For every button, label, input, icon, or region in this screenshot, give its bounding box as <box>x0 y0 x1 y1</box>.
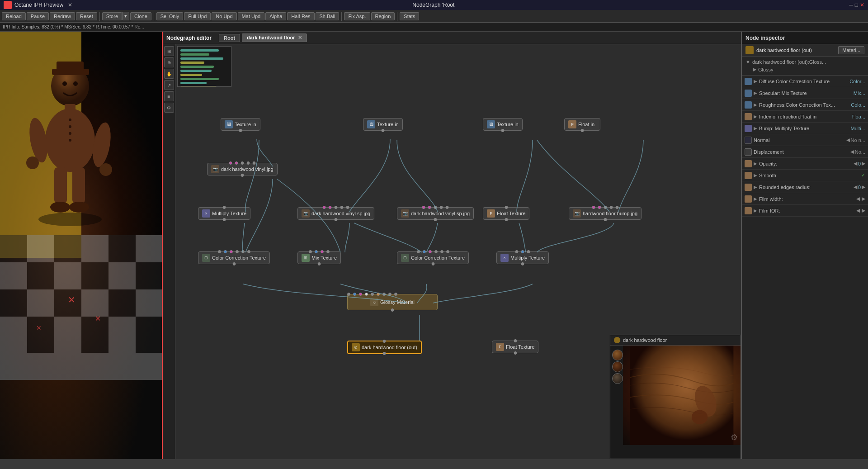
no-upd-button[interactable]: No Upd <box>212 12 236 20</box>
prop-expand-diffuse[interactable]: ▶ <box>754 79 757 84</box>
node-float-tex[interactable]: F Float Texture <box>483 207 529 220</box>
dot[interactable] <box>429 250 432 253</box>
close-btn[interactable]: ✕ <box>860 2 864 8</box>
prop-expand-rounded[interactable]: ▶ <box>754 185 757 189</box>
dot[interactable] <box>335 218 338 221</box>
dot[interactable] <box>423 250 426 253</box>
prop-row-filmior[interactable]: ▶ Film IOR: ◀ ▶ <box>742 205 868 217</box>
dot[interactable] <box>514 339 517 342</box>
dot[interactable] <box>382 293 386 296</box>
dot[interactable] <box>381 129 384 132</box>
dot[interactable] <box>246 161 250 165</box>
dot[interactable] <box>431 262 434 265</box>
store-dropdown[interactable]: ▾ <box>122 12 129 20</box>
minimize-btn[interactable]: ─ <box>849 2 853 8</box>
dot[interactable] <box>604 218 607 221</box>
dot[interactable] <box>514 351 517 355</box>
dot[interactable] <box>335 206 338 209</box>
tree-item-root[interactable]: ▼ dark hardwood floor (out):Gloss... <box>744 58 866 66</box>
mat-thumb-2[interactable] <box>612 361 623 372</box>
prop-check-smooth[interactable]: ✓ <box>861 172 865 178</box>
dot[interactable] <box>252 161 255 165</box>
dot[interactable] <box>383 352 386 355</box>
dot[interactable] <box>527 250 530 253</box>
dot[interactable] <box>329 206 332 209</box>
mat-thumb-3[interactable] <box>612 373 623 384</box>
sel-only-button[interactable]: Sel Only <box>156 12 184 20</box>
dot[interactable] <box>347 293 350 296</box>
dot[interactable] <box>321 250 324 253</box>
dot[interactable] <box>241 250 245 253</box>
alpha-button[interactable]: Alpha <box>265 12 286 20</box>
dot[interactable] <box>446 206 449 209</box>
node-mult2[interactable]: × Multiply Texture <box>496 251 549 264</box>
reset-button[interactable]: Reset <box>76 12 97 20</box>
dot[interactable] <box>440 206 443 209</box>
prop-row-filmwidth[interactable]: ▶ Film width: ◀ ▶ <box>742 193 868 205</box>
node-img2[interactable]: 📷 dark hardwood vinyl sp.jpg <box>297 207 374 220</box>
ng-tool-connect[interactable]: ↗ <box>164 80 174 90</box>
node-img1[interactable]: 📷 dark hardwood vinyl.jpg <box>207 163 278 175</box>
prop-nav-left-filmwidth[interactable]: ◀ <box>856 196 860 202</box>
dot[interactable] <box>239 129 242 132</box>
dot[interactable] <box>505 218 508 221</box>
dot[interactable] <box>232 262 236 265</box>
dot[interactable] <box>365 293 368 296</box>
dot[interactable] <box>346 206 349 209</box>
prop-row-bump[interactable]: ▶ Bump: Multiply Texture Multi... <box>742 123 868 134</box>
sh-ball-button[interactable]: Sh.Ball <box>316 12 340 20</box>
node-output[interactable]: ⊙ dark hardwood floor (out) <box>347 341 422 354</box>
tree-item-sub[interactable]: ▶ Glossy <box>744 66 866 73</box>
dot[interactable] <box>422 206 425 209</box>
prop-nav-left-opacity[interactable]: ◀ <box>854 161 857 166</box>
dot[interactable] <box>609 206 613 209</box>
dot[interactable] <box>235 161 238 165</box>
dot[interactable] <box>521 250 524 253</box>
prop-row-smooth[interactable]: ▶ Smooth: ✓ <box>742 170 868 181</box>
dot[interactable] <box>388 293 392 296</box>
prop-nav-left-filmior[interactable]: ◀ <box>856 208 860 213</box>
dot[interactable] <box>241 174 244 177</box>
node-float-in[interactable]: F Float in <box>564 118 600 131</box>
stats-button[interactable]: Stats <box>400 12 419 20</box>
ng-tool-settings[interactable]: ⚙ <box>164 103 174 113</box>
prop-row-normal[interactable]: Normal ◀ No n... <box>742 134 868 146</box>
full-upd-button[interactable]: Full Upd <box>184 12 211 20</box>
node-float-tex2[interactable]: F Float Texture <box>492 341 538 353</box>
prop-nav-left-normal[interactable]: ◀ <box>846 137 850 143</box>
mat-thumb-1[interactable] <box>612 350 623 360</box>
prop-row-roughness[interactable]: ▶ Roughness:Color Correction Tex... Colo… <box>742 99 868 111</box>
prop-nav-right-filmior[interactable]: ▶ <box>862 208 865 213</box>
dot[interactable] <box>377 293 380 296</box>
prop-expand-bump[interactable]: ▶ <box>754 126 757 131</box>
prop-nav-right-filmwidth[interactable]: ▶ <box>862 196 865 202</box>
pause-button[interactable]: Pause <box>27 12 49 20</box>
prop-row-specular[interactable]: ▶ Specular: Mix Texture Mix... <box>742 87 868 99</box>
dot[interactable] <box>417 250 420 253</box>
dot[interactable] <box>223 206 226 209</box>
mat-upd-button[interactable]: Mat Upd <box>238 12 265 20</box>
dot[interactable] <box>223 218 226 221</box>
dot[interactable] <box>434 206 437 209</box>
dot[interactable] <box>340 206 344 209</box>
dot[interactable] <box>359 293 362 296</box>
dot[interactable] <box>581 129 584 132</box>
dot[interactable] <box>353 293 356 296</box>
prop-expand-opacity[interactable]: ▶ <box>754 161 757 166</box>
node-img3[interactable]: 📷 dark hardwood vinyl sp.jpg <box>397 207 474 220</box>
maximize-btn[interactable]: □ <box>855 2 858 8</box>
prop-nav-right-rounded[interactable]: ▶ <box>862 184 865 190</box>
node-mult1[interactable]: × Multiply Texture <box>198 207 250 220</box>
fix-asp-button[interactable]: Fix Asp. <box>344 12 370 20</box>
prop-expand-ior[interactable]: ▶ <box>754 114 757 119</box>
tab-darkhardwood[interactable]: dark hardwood floor ✕ <box>242 33 307 42</box>
dot[interactable] <box>229 161 232 165</box>
prop-row-opacity[interactable]: ▶ Opacity: ◀ 0 ▶ <box>742 158 868 170</box>
node-img4[interactable]: 📷 hardwood floor bump.jpg <box>569 207 642 220</box>
ng-tool-zoom[interactable]: ⊕ <box>164 57 174 67</box>
dot[interactable] <box>501 129 504 132</box>
node-cc1[interactable]: ⊡ Color Correction Texture <box>198 251 270 264</box>
ng-tool-layout[interactable]: ≡ <box>164 91 174 101</box>
inspector-mat-button[interactable]: Materi... <box>838 46 864 54</box>
node-glossy[interactable]: ◇ Glossy Material <box>347 294 438 310</box>
